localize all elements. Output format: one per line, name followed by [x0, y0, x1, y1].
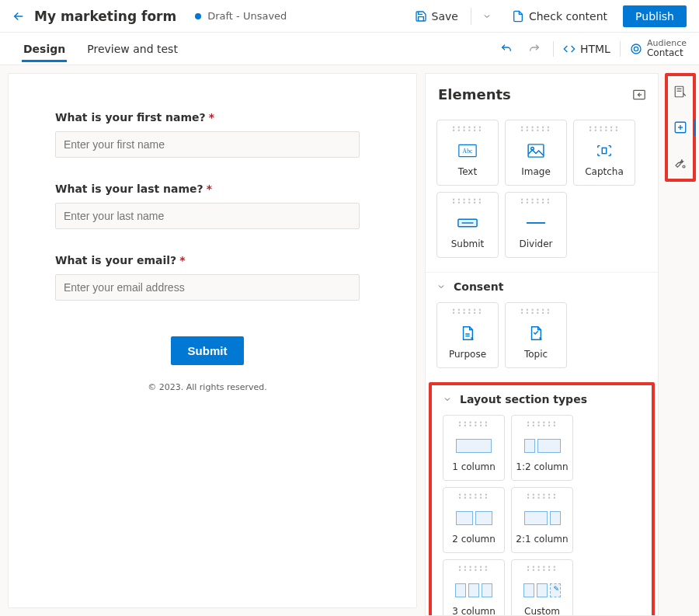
- field-label-firstname: What is your first name?*: [55, 111, 360, 124]
- tile-label: Submit: [451, 238, 485, 257]
- svg-rect-5: [528, 144, 544, 156]
- html-label: HTML: [580, 43, 610, 55]
- element-purpose[interactable]: •••••••••••• Purpose: [436, 302, 499, 368]
- layout-title: Layout section types: [460, 393, 587, 405]
- form-icon: [673, 85, 687, 99]
- rail-elements-button[interactable]: [669, 117, 691, 138]
- rail-form-button[interactable]: [669, 81, 691, 103]
- tile-label: Purpose: [449, 349, 486, 367]
- svg-point-0: [631, 44, 641, 54]
- save-icon: [415, 10, 427, 23]
- image-icon: [527, 134, 544, 166]
- lastname-input[interactable]: [55, 203, 360, 229]
- rail-settings-button[interactable]: [669, 152, 691, 174]
- element-captcha[interactable]: •••••••••••• Captcha: [573, 120, 635, 186]
- layout-1-column[interactable]: •••••••••••• 1 column: [443, 415, 505, 481]
- right-column: Elements •••••••••••• Abc Text •••••••••…: [425, 65, 699, 616]
- check-content-button[interactable]: Check content: [506, 7, 614, 26]
- grip-icon: ••••••••••••: [458, 494, 489, 502]
- audience-labels: Audience Contact: [647, 39, 687, 58]
- divider: [471, 8, 471, 25]
- element-submit[interactable]: •••••••••••• Submit: [436, 192, 499, 258]
- element-topic[interactable]: •••••••••••• Topic: [505, 302, 567, 368]
- form-inner: What is your first name?* What is your l…: [55, 111, 360, 392]
- top-actions: Save Check content Publish: [409, 5, 687, 27]
- consent-tiles: •••••••••••• Purpose •••••••••••• Topic: [426, 302, 658, 382]
- submit-wrap: Submit: [55, 336, 360, 365]
- layout-diagram: [524, 502, 561, 534]
- svg-rect-11: [675, 86, 683, 97]
- panel-expand-button[interactable]: [633, 89, 645, 100]
- grip-icon: ••••••••••••: [520, 127, 551, 134]
- form-canvas[interactable]: What is your first name?* What is your l…: [8, 73, 417, 608]
- submit-button[interactable]: Submit: [171, 336, 245, 365]
- layout-section-header[interactable]: Layout section types: [432, 385, 652, 415]
- layout-custom[interactable]: •••••••••••• Custom: [511, 559, 573, 616]
- layout-3-column[interactable]: •••••••••••• 3 column: [443, 559, 505, 616]
- canvas-column: What is your first name?* What is your l…: [0, 65, 425, 616]
- grip-icon: ••••••••••••: [458, 566, 489, 574]
- grip-icon: ••••••••••••: [452, 309, 483, 317]
- text-icon: Abc: [458, 134, 477, 166]
- svg-point-1: [634, 47, 638, 50]
- add-square-icon: [673, 120, 687, 134]
- back-button[interactable]: [8, 5, 30, 27]
- tab-design[interactable]: Design: [22, 36, 67, 62]
- email-input[interactable]: [55, 274, 360, 301]
- top-bar: My marketing form Draft - Unsaved Save C…: [0, 0, 699, 33]
- purpose-icon: [460, 317, 475, 349]
- chevron-down-icon: [482, 12, 492, 21]
- publish-button[interactable]: Publish: [623, 5, 687, 27]
- arrow-left-icon: [12, 9, 26, 23]
- tile-label: 2 column: [452, 534, 496, 552]
- basic-tiles: •••••••••••• Abc Text •••••••••••• Image…: [426, 120, 658, 272]
- tile-label: 1:2 column: [516, 461, 568, 480]
- save-dropdown[interactable]: [478, 7, 496, 26]
- layout-2-column[interactable]: •••••••••••• 2 column: [443, 487, 505, 553]
- publish-label: Publish: [635, 10, 674, 23]
- tile-label: 1 column: [452, 461, 496, 480]
- divider: [620, 41, 621, 57]
- layout-diagram: [523, 574, 561, 606]
- layout-diagram: [455, 574, 492, 606]
- document-check-icon: [512, 10, 524, 23]
- tile-label: Image: [521, 166, 551, 185]
- redo-button[interactable]: [525, 40, 544, 58]
- svg-point-17: [683, 165, 685, 168]
- tile-label: 2:1 column: [516, 534, 568, 552]
- tile-label: Divider: [520, 238, 553, 257]
- element-text[interactable]: •••••••••••• Abc Text: [436, 120, 499, 186]
- field-label-email: What is your email?*: [55, 254, 360, 266]
- check-label: Check content: [529, 10, 607, 23]
- grip-icon: ••••••••••••: [458, 422, 489, 430]
- redo-icon: [528, 43, 541, 55]
- element-divider[interactable]: •••••••••••• Divider: [505, 192, 567, 258]
- layout-diagram: [524, 430, 561, 461]
- svg-rect-7: [602, 148, 606, 153]
- form-footer: © 2023. All rights reserved.: [55, 382, 360, 392]
- topic-icon: [528, 317, 544, 349]
- target-icon: [630, 43, 642, 55]
- element-image[interactable]: •••••••••••• Image: [505, 120, 567, 186]
- audience-selector[interactable]: Audience Contact: [630, 39, 687, 58]
- consent-section-header[interactable]: Consent: [426, 272, 658, 302]
- tile-label: Topic: [524, 349, 548, 367]
- panel-header: Elements: [426, 74, 658, 120]
- save-button[interactable]: Save: [409, 7, 464, 26]
- layout-tiles: •••••••••••• 1 column •••••••••••• 1:2 c…: [432, 415, 652, 616]
- layout-2-1-column[interactable]: •••••••••••• 2:1 column: [511, 487, 573, 553]
- status-indicator: Draft - Unsaved: [195, 10, 287, 22]
- grip-icon: ••••••••••••: [527, 422, 558, 430]
- firstname-input[interactable]: [55, 131, 360, 158]
- html-button[interactable]: HTML: [563, 43, 610, 55]
- field-label-lastname: What is your last name?*: [55, 183, 360, 195]
- layout-1-2-column[interactable]: •••••••••••• 1:2 column: [511, 415, 573, 481]
- panel-title: Elements: [438, 86, 511, 103]
- consent-title: Consent: [454, 280, 503, 293]
- grip-icon: ••••••••••••: [589, 127, 620, 134]
- grip-icon: ••••••••••••: [452, 199, 483, 207]
- undo-button[interactable]: [497, 40, 516, 58]
- divider: [553, 41, 554, 57]
- tab-preview[interactable]: Preview and test: [85, 36, 179, 61]
- elements-panel: Elements •••••••••••• Abc Text •••••••••…: [425, 73, 659, 616]
